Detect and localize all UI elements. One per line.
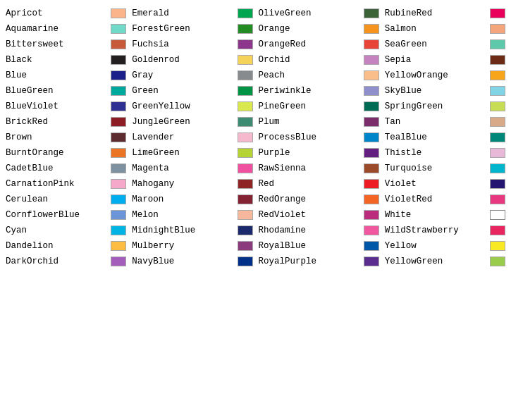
color-swatch xyxy=(490,226,505,235)
list-item: RoyalPurple xyxy=(256,254,382,269)
list-item: Tan xyxy=(382,114,508,130)
color-name-label: Dandelion xyxy=(6,241,106,251)
color-name-label: RoyalBlue xyxy=(259,241,359,251)
color-swatch xyxy=(238,194,253,204)
color-swatch xyxy=(364,241,379,251)
color-swatch xyxy=(238,70,253,80)
color-column-1: EmeraldForestGreenFuchsiaGoldenrodGrayGr… xyxy=(129,6,255,269)
color-swatch xyxy=(238,8,253,18)
list-item: Cyan xyxy=(3,223,129,238)
color-name-label: CadetBlue xyxy=(6,163,106,173)
list-item: RedOrange xyxy=(256,192,382,207)
color-swatch xyxy=(238,148,253,158)
color-name-label: Peach xyxy=(259,70,359,80)
color-name-label: SeaGreen xyxy=(385,39,486,49)
color-swatch xyxy=(111,55,126,65)
color-name-label: MidnightBlue xyxy=(132,226,233,235)
color-name-label: Apricot xyxy=(6,8,106,18)
color-swatch xyxy=(111,117,126,127)
list-item: SeaGreen xyxy=(382,37,508,52)
list-item: Apricot xyxy=(3,6,129,21)
color-name-label: ForestGreen xyxy=(132,24,233,34)
color-name-label: Melon xyxy=(132,210,233,220)
color-swatch xyxy=(111,101,126,111)
color-name-label: PineGreen xyxy=(259,101,359,111)
color-name-label: Cerulean xyxy=(6,194,106,204)
color-swatch xyxy=(364,226,379,235)
color-swatch xyxy=(238,39,253,49)
list-item: Turquoise xyxy=(382,161,508,176)
list-item: BlueViolet xyxy=(3,99,129,114)
color-name-label: Mahogany xyxy=(132,179,233,189)
color-swatch xyxy=(490,132,505,142)
color-swatch xyxy=(490,148,505,158)
color-swatch xyxy=(111,70,126,80)
color-swatch xyxy=(364,194,379,204)
color-swatch xyxy=(490,70,505,80)
list-item: MidnightBlue xyxy=(129,223,255,238)
color-name-label: Violet xyxy=(385,179,486,189)
list-item: OrangeRed xyxy=(256,37,382,52)
color-swatch xyxy=(490,194,505,204)
color-name-label: Orchid xyxy=(259,55,359,65)
list-item: GreenYellow xyxy=(129,99,255,114)
color-swatch xyxy=(490,117,505,127)
color-swatch xyxy=(238,55,253,65)
list-item: SkyBlue xyxy=(382,83,508,99)
list-item: Maroon xyxy=(129,192,255,207)
color-swatch xyxy=(111,257,126,266)
color-swatch xyxy=(238,163,253,173)
color-name-label: RoyalPurple xyxy=(259,257,359,266)
color-swatch xyxy=(111,226,126,235)
color-name-label: Plum xyxy=(259,117,359,127)
color-swatch xyxy=(111,194,126,204)
list-item: CadetBlue xyxy=(3,161,129,176)
color-name-label: Lavender xyxy=(132,132,233,142)
color-swatch xyxy=(490,210,505,220)
color-name-label: Goldenrod xyxy=(132,55,233,65)
color-swatch xyxy=(490,86,505,96)
color-column-3: RubineRedSalmonSeaGreenSepiaYellowOrange… xyxy=(382,6,508,269)
color-name-label: CarnationPink xyxy=(6,179,106,189)
color-swatch xyxy=(111,148,126,158)
color-swatch xyxy=(490,55,505,65)
color-swatch xyxy=(364,117,379,127)
color-swatch xyxy=(238,226,253,235)
list-item: Orange xyxy=(256,21,382,37)
color-swatch xyxy=(364,132,379,142)
color-swatch xyxy=(364,101,379,111)
color-swatch xyxy=(238,257,253,266)
list-item: JungleGreen xyxy=(129,114,255,130)
list-item: Magenta xyxy=(129,161,255,176)
list-item: Mahogany xyxy=(129,176,255,192)
color-name-label: Thistle xyxy=(385,148,486,158)
list-item: RubineRed xyxy=(382,6,508,21)
list-item: Mulberry xyxy=(129,238,255,254)
color-name-label: Aquamarine xyxy=(6,24,106,34)
color-name-label: WildStrawberry xyxy=(385,226,486,235)
color-swatch xyxy=(111,241,126,251)
list-item: DarkOrchid xyxy=(3,254,129,269)
color-swatch xyxy=(111,8,126,18)
color-name-label: Bittersweet xyxy=(6,39,106,49)
list-item: Sepia xyxy=(382,52,508,68)
color-name-label: White xyxy=(385,210,486,220)
color-swatch xyxy=(364,210,379,220)
list-item: Brown xyxy=(3,130,129,145)
color-name-label: BlueViolet xyxy=(6,101,106,111)
color-swatch xyxy=(111,24,126,34)
color-name-label: LimeGreen xyxy=(132,148,233,158)
list-item: BrickRed xyxy=(3,114,129,130)
color-name-label: RubineRed xyxy=(385,8,486,18)
color-swatch xyxy=(111,163,126,173)
color-name-label: TealBlue xyxy=(385,132,486,142)
color-name-label: SpringGreen xyxy=(385,101,486,111)
color-swatch xyxy=(111,86,126,96)
list-item: BlueGreen xyxy=(3,83,129,99)
color-name-label: Salmon xyxy=(385,24,486,34)
list-item: White xyxy=(382,207,508,223)
color-name-label: BrickRed xyxy=(6,117,106,127)
list-item: Orchid xyxy=(256,52,382,68)
color-name-label: RedViolet xyxy=(259,210,359,220)
list-item: YellowGreen xyxy=(382,254,508,269)
